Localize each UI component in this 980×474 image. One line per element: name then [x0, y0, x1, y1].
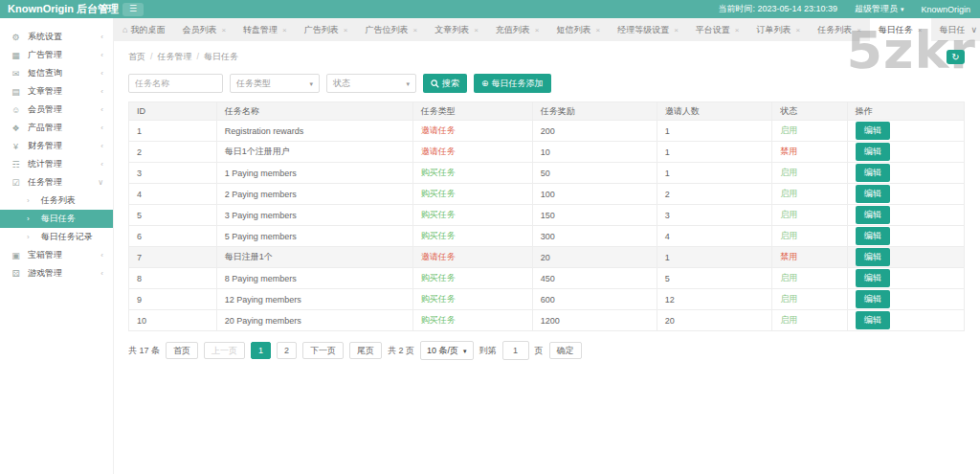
task-type-label: 邀请任务 — [421, 252, 456, 261]
sidebar-subitem[interactable]: ›每日任务 — [0, 210, 113, 228]
first-page-button[interactable]: 首页 — [166, 342, 198, 359]
edit-button[interactable]: 编辑 — [856, 269, 890, 287]
cell-status: 启用 — [772, 163, 848, 184]
arrow-right-icon: › — [27, 214, 30, 223]
tab-close-icon[interactable]: × — [918, 26, 923, 34]
tab-close-icon[interactable]: × — [735, 26, 740, 34]
sidebar-item[interactable]: ❖产品管理‹ — [0, 119, 113, 137]
sidebar-item[interactable]: ☶统计管理‹ — [0, 155, 113, 173]
sidebar-item[interactable]: ¥财务管理‹ — [0, 137, 113, 155]
status-badge: 启用 — [780, 168, 797, 177]
tab-close-icon[interactable]: × — [857, 26, 861, 34]
document-icon: ▤ — [10, 87, 22, 97]
sidebar-item-label: 会员管理 — [28, 103, 62, 116]
tab-item[interactable]: 订单列表× — [747, 18, 809, 41]
tab-item[interactable]: ⌂我的桌面 — [114, 18, 173, 41]
tab-close-icon[interactable]: × — [221, 26, 226, 34]
tab-label: 转盘管理 — [243, 24, 278, 36]
tab-item[interactable]: 广告位列表× — [356, 18, 426, 41]
cell-id: 5 — [129, 205, 217, 226]
column-header: 操作 — [847, 102, 964, 121]
breadcrumb-row: 首页/任务管理/每日任务 ↻ — [128, 48, 965, 65]
per-page-select[interactable]: 10 条/页 ▾ — [420, 341, 474, 360]
tab-item[interactable]: 每日任务× — [870, 18, 931, 41]
tab-item[interactable]: 充值列表× — [487, 18, 548, 41]
chevron-left-icon: ‹ — [100, 251, 103, 260]
sidebar-item[interactable]: ☑任务管理∨ — [0, 173, 113, 192]
prev-page-button[interactable]: 上一页 — [204, 342, 245, 359]
admin-role-menu[interactable]: 超级管理员 ▾ — [855, 3, 904, 15]
sidebar-item[interactable]: ☺会员管理‹ — [0, 101, 113, 119]
tab-close-icon[interactable]: × — [344, 26, 348, 34]
tab-item[interactable]: 平台设置× — [687, 18, 748, 41]
add-daily-task-button[interactable]: ⊕ 每日任务添加 — [474, 74, 551, 93]
edit-button[interactable]: 编辑 — [856, 227, 890, 245]
tab-item[interactable]: 每日任务记录× — [931, 18, 966, 41]
task-type-select[interactable]: 任务类型 ▾ — [230, 74, 320, 93]
last-page-button[interactable]: 尾页 — [349, 342, 382, 359]
sidebar-item[interactable]: ▤文章管理‹ — [0, 82, 113, 101]
tab-close-icon[interactable]: × — [412, 26, 417, 34]
sidebar-subitem-label: 每日任务 — [41, 213, 76, 225]
goto-page-input[interactable] — [502, 341, 529, 360]
menu-toggle-button[interactable]: ☰ — [122, 3, 144, 16]
page-button[interactable]: 1 — [251, 342, 271, 359]
sidebar-subitem[interactable]: ›每日任务记录 — [0, 228, 113, 246]
sidebar-subitem[interactable]: ›任务列表 — [0, 192, 113, 210]
edit-button[interactable]: 编辑 — [856, 143, 890, 161]
cell-task-type: 邀请任务 — [412, 247, 532, 268]
tab-close-icon[interactable]: × — [595, 26, 600, 34]
status-badge: 启用 — [780, 189, 797, 198]
sidebar-item-label: 宝箱管理 — [28, 249, 62, 261]
tab-item[interactable]: 任务列表× — [809, 18, 870, 41]
cell-task-name: 每日注册1个 — [216, 247, 412, 268]
cell-task-name: 1 Paying members — [216, 163, 412, 184]
tab-close-icon[interactable]: × — [795, 26, 800, 34]
breadcrumb-item[interactable]: 首页 — [128, 51, 145, 63]
tab-item[interactable]: 会员列表× — [173, 18, 234, 41]
cell-status: 启用 — [772, 121, 848, 142]
tab-item[interactable]: 广告列表× — [296, 18, 357, 41]
refresh-icon: ↻ — [951, 52, 959, 62]
task-type-label: 购买任务 — [421, 189, 456, 198]
status-badge: 禁用 — [780, 147, 797, 156]
status-select[interactable]: 状态 ▾ — [326, 74, 416, 93]
tab-item[interactable]: 经理等级设置× — [609, 18, 687, 41]
edit-button[interactable]: 编辑 — [856, 185, 890, 203]
sidebar-item[interactable]: ✉短信查询‹ — [0, 64, 113, 82]
sidebar-item[interactable]: ⚙系统设置‹ — [0, 28, 113, 46]
cell-task-name: 12 Paying members — [216, 289, 412, 310]
refresh-button[interactable]: ↻ — [947, 50, 965, 64]
edit-button[interactable]: 编辑 — [856, 290, 890, 308]
sidebar-item[interactable]: ⚄游戏管理‹ — [0, 264, 113, 282]
tab-close-icon[interactable]: × — [282, 26, 287, 34]
tab-close-icon[interactable]: × — [535, 26, 540, 34]
page-button[interactable]: 2 — [277, 342, 297, 359]
search-button[interactable]: 搜索 — [423, 74, 467, 93]
tab-item[interactable]: 文章列表× — [426, 18, 487, 41]
tab-item[interactable]: 短信列表× — [547, 18, 609, 41]
status-badge: 禁用 — [780, 252, 797, 261]
edit-button[interactable]: 编辑 — [856, 311, 890, 329]
next-page-button[interactable]: 下一页 — [302, 342, 344, 359]
sidebar-item-label: 统计管理 — [28, 158, 62, 170]
tab-close-icon[interactable]: × — [474, 26, 479, 34]
table-row: 912 Paying members购买任务60012启用编辑 — [129, 289, 965, 310]
sidebar-item[interactable]: ▦广告管理‹ — [0, 46, 113, 64]
edit-button[interactable]: 编辑 — [856, 164, 890, 182]
tab-close-icon[interactable]: × — [674, 26, 679, 34]
edit-button[interactable]: 编辑 — [856, 206, 890, 224]
confirm-button[interactable]: 确定 — [549, 342, 582, 359]
tab-item[interactable]: 转盘管理× — [234, 18, 296, 41]
sidebar-item[interactable]: ▣宝箱管理‹ — [0, 246, 113, 264]
breadcrumb-item[interactable]: 任务管理 — [158, 51, 192, 63]
sidebar-subitem-label: 任务列表 — [41, 194, 76, 207]
task-name-input[interactable] — [128, 74, 223, 93]
account-name[interactable]: KnownOrigin — [921, 5, 970, 14]
edit-button[interactable]: 编辑 — [856, 248, 890, 266]
edit-button[interactable]: 编辑 — [856, 122, 890, 140]
breadcrumb-separator: / — [150, 52, 153, 61]
tab-overflow-button[interactable]: ∨ — [970, 18, 977, 41]
cell-task-type: 购买任务 — [412, 310, 532, 331]
pagination: 共 17 条 首页 上一页 12 下一页 尾页 共 2 页 10 条/页 ▾ 到… — [128, 341, 965, 360]
